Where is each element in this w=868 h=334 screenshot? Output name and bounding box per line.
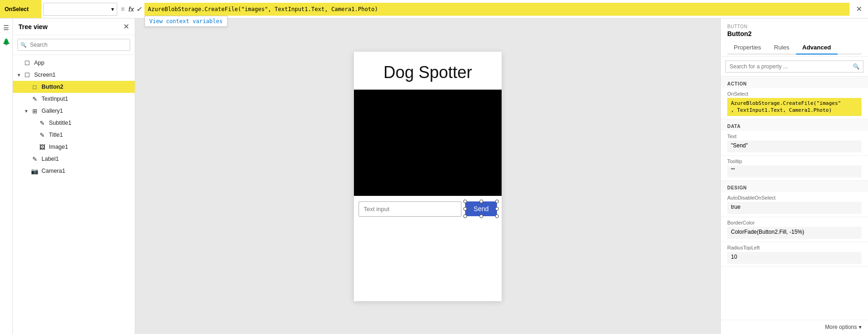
- main-layout: ☰ 🌲 Tree view ✕ ☐ App ▼ ☐ Screen1: [0, 18, 868, 334]
- sidebar-item-label: Image1: [49, 144, 131, 150]
- formula-bar[interactable]: AzureBlobStorage.CreateFile("images", Te…: [144, 3, 850, 16]
- text-field: Text "Send": [721, 131, 868, 156]
- text-label: Text: [727, 134, 862, 139]
- right-panel-footer: More options ▾: [721, 320, 868, 334]
- label-icon: ✎: [30, 155, 39, 163]
- onselect-badge: OnSelect: [0, 0, 42, 18]
- label-icon: ✎: [38, 119, 46, 127]
- canvas-area: Dog Spotter Send: [135, 18, 720, 334]
- context-tooltip[interactable]: View context variables: [144, 16, 228, 27]
- gallery-icon: ⊞: [30, 107, 39, 115]
- right-panel-search: 🔍: [721, 57, 868, 77]
- app-icon: ☐: [23, 59, 31, 67]
- sidebar-close-button[interactable]: ✕: [123, 22, 129, 31]
- onselect-value[interactable]: AzureBlobStorage.CreateFile("images" , T…: [727, 98, 862, 116]
- fx-icon: fx ✓: [128, 6, 141, 13]
- tab-advanced[interactable]: Advanced: [796, 41, 838, 55]
- tree-content: ☐ App ▼ ☐ Screen1 □ Button2 ✎ TextInput1: [13, 55, 135, 334]
- radiustopleft-label: RadiusTopLeft: [727, 245, 862, 250]
- screen-icon: ☐: [23, 71, 31, 79]
- sidebar-item-subtitle1[interactable]: ✎ Subtitle1: [13, 117, 135, 129]
- close-icon[interactable]: ✕: [850, 5, 868, 13]
- label-icon: ✎: [38, 131, 46, 139]
- sidebar-item-label: Gallery1: [42, 108, 131, 114]
- component-name-label: Button2: [727, 30, 862, 37]
- equals-sign: =: [121, 6, 125, 13]
- search-input[interactable]: [18, 39, 130, 51]
- more-options-button[interactable]: More options ▾: [825, 324, 862, 330]
- tooltip-field: Tooltip "": [721, 156, 868, 181]
- sidebar-item-label: Screen1: [34, 72, 131, 78]
- treeview-icon[interactable]: 🌲: [1, 36, 12, 47]
- app-frame: Dog Spotter Send: [354, 52, 502, 301]
- more-options-label: More options: [825, 324, 857, 330]
- textinput-icon: ✎: [30, 95, 39, 103]
- formula-dropdown[interactable]: ▾: [43, 3, 117, 16]
- bordercolor-label: BorderColor: [727, 220, 862, 225]
- sidebar-item-gallery1[interactable]: ▼ ⊞ Gallery1: [13, 105, 135, 117]
- tooltip-value[interactable]: "": [727, 165, 862, 177]
- sidebar-search-area: [13, 35, 135, 55]
- right-panel-tabs: Properties Rules Advanced: [727, 41, 862, 55]
- chevron-down-icon: ▾: [859, 324, 862, 330]
- right-panel-header: BUTTON Button2 Properties Rules Advanced: [721, 18, 868, 57]
- arrow-icon: ▼: [17, 73, 23, 78]
- sidebar-item-label: Button2: [42, 84, 131, 90]
- arrow-icon: ▼: [24, 109, 30, 114]
- text-value[interactable]: "Send": [727, 140, 862, 152]
- sidebar-header: Tree view ✕: [13, 18, 135, 35]
- camera-icon: 📷: [30, 167, 39, 175]
- sidebar-item-image1[interactable]: 🖼 Image1: [13, 141, 135, 153]
- sidebar-item-camera1[interactable]: 📷 Camera1: [13, 165, 135, 177]
- property-search-input[interactable]: [725, 61, 863, 73]
- sidebar-item-label: Title1: [49, 132, 131, 138]
- component-type-label: BUTTON: [727, 24, 862, 29]
- send-button-wrapper: Send: [465, 201, 497, 216]
- sidebar-item-label: Camera1: [42, 168, 131, 174]
- search-icon-wrap: [18, 39, 130, 51]
- sidebar-item-button2[interactable]: □ Button2: [13, 81, 135, 93]
- app-title: Dog Spotter: [354, 52, 502, 90]
- radiustopleft-field: RadiusTopLeft 10: [721, 242, 868, 267]
- bordercolor-field: BorderColor ColorFade(Button2.Fill, -15%…: [721, 217, 868, 242]
- tab-rules[interactable]: Rules: [767, 41, 796, 55]
- section-design-header: DESIGN: [721, 181, 868, 192]
- right-panel: BUTTON Button2 Properties Rules Advanced…: [720, 18, 868, 334]
- section-action-header: ACTION: [721, 77, 868, 88]
- sidebar-item-title1[interactable]: ✎ Title1: [13, 129, 135, 141]
- bordercolor-value[interactable]: ColorFade(Button2.Fill, -15%): [727, 227, 862, 239]
- autodisable-value[interactable]: true: [727, 202, 862, 214]
- autodisable-label: AutoDisableOnSelect: [727, 195, 862, 200]
- sidebar-item-label: Label1: [42, 156, 131, 162]
- formula-text: AzureBlobStorage.CreateFile("images", Te…: [148, 6, 378, 12]
- top-bar: OnSelect ▾ = fx ✓ AzureBlobStorage.Creat…: [0, 0, 868, 18]
- radiustopleft-value[interactable]: 10: [727, 252, 862, 264]
- sidebar: Tree view ✕ ☐ App ▼ ☐ Screen1: [13, 18, 135, 334]
- sidebar-title: Tree view: [18, 23, 48, 30]
- sidebar-item-screen1[interactable]: ▼ ☐ Screen1: [13, 69, 135, 81]
- sidebar-item-label: Subtitle1: [49, 120, 131, 126]
- onselect-field: OnSelect AzureBlobStorage.CreateFile("im…: [721, 88, 868, 119]
- onselect-label: OnSelect: [727, 91, 862, 97]
- sidebar-item-textinput1[interactable]: ✎ TextInput1: [13, 93, 135, 105]
- app-input-row: Send: [354, 196, 502, 222]
- camera-view: [354, 90, 502, 196]
- hamburger-icon[interactable]: ☰: [1, 22, 12, 33]
- sidebar-item-label: App: [34, 60, 131, 66]
- image-icon: 🖼: [38, 143, 46, 151]
- text-input-field[interactable]: [359, 201, 461, 217]
- tooltip-label: Tooltip: [727, 158, 862, 164]
- sidebar-item-label: TextInput1: [42, 96, 131, 102]
- left-icons-bar: ☰ 🌲: [0, 18, 13, 334]
- sidebar-item-app[interactable]: ☐ App: [13, 57, 135, 69]
- search-icon: 🔍: [853, 63, 860, 70]
- send-button[interactable]: Send: [465, 201, 497, 216]
- autodisable-field: AutoDisableOnSelect true: [721, 192, 868, 217]
- tab-properties[interactable]: Properties: [727, 41, 767, 55]
- right-panel-body: ACTION OnSelect AzureBlobStorage.CreateF…: [721, 77, 868, 320]
- section-data-header: DATA: [721, 119, 868, 131]
- sidebar-item-label1[interactable]: ✎ Label1: [13, 153, 135, 165]
- button-icon: □: [30, 83, 39, 91]
